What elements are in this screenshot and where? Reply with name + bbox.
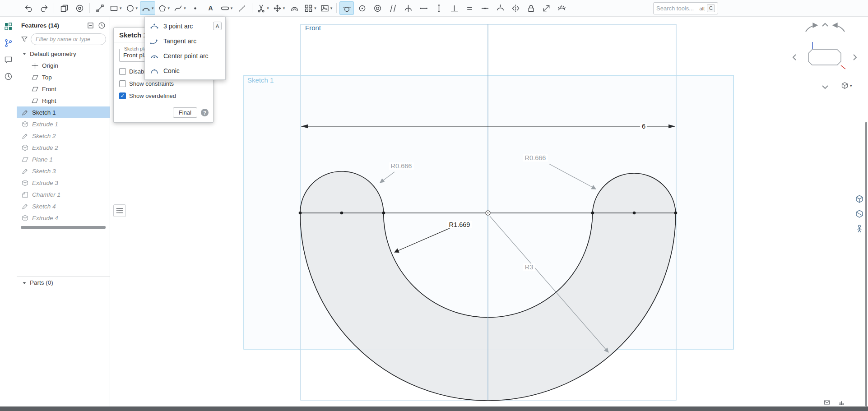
view-cube-menu-button[interactable]: ▾ xyxy=(840,81,852,90)
line-tool-button[interactable] xyxy=(93,1,107,15)
spline-tool-button[interactable]: ▾ xyxy=(172,1,187,15)
chevron-down-icon[interactable]: ▾ xyxy=(231,6,233,10)
final-button[interactable]: Final xyxy=(173,107,197,118)
help-icon[interactable]: ? xyxy=(201,109,209,116)
tangent-constraint-tool-button[interactable] xyxy=(339,1,354,15)
feature-item-origin[interactable]: Origin xyxy=(17,60,110,71)
rotate-left-icon[interactable] xyxy=(806,25,817,32)
feature-item-sketch-4[interactable]: Sketch 4 xyxy=(17,200,110,212)
parallel-constraint-tool-button[interactable] xyxy=(385,1,400,15)
point-tool-button[interactable] xyxy=(188,1,203,15)
chevron-down-icon[interactable]: ▾ xyxy=(184,6,186,10)
arc-tool-button[interactable]: ▾ xyxy=(140,1,155,15)
cap-right-radius-value[interactable]: R0.666 xyxy=(523,154,548,162)
concentric-constraint-tool-button[interactable] xyxy=(370,1,385,15)
insert-image-tool-button[interactable]: ▾ xyxy=(319,1,334,15)
chevron-down-icon[interactable]: ▾ xyxy=(136,6,138,10)
walkthrough-button[interactable] xyxy=(854,223,865,234)
feature-item-front[interactable]: Front xyxy=(17,83,110,95)
menu-item-conic[interactable]: Conic xyxy=(145,63,225,78)
feature-item-default-geometry[interactable]: Default geometry xyxy=(17,48,110,60)
view-cube-button[interactable] xyxy=(854,193,865,204)
feature-filter-input[interactable] xyxy=(31,33,106,45)
feature-list-toggle-button[interactable] xyxy=(113,204,126,217)
linear-pattern-tool-button[interactable]: ▾ xyxy=(302,1,318,15)
equal-constraint-tool-button[interactable] xyxy=(462,1,477,15)
menu-item-tangent-arc[interactable]: Tangent arc xyxy=(145,33,225,48)
redo-tool-button[interactable] xyxy=(37,1,51,15)
chevron-down-icon[interactable]: ▾ xyxy=(168,6,170,10)
view-down-icon[interactable] xyxy=(822,86,828,88)
view-up-icon[interactable] xyxy=(822,23,828,26)
cap-left-radius-value[interactable]: R0.666 xyxy=(389,162,414,170)
rotate-right-icon[interactable] xyxy=(833,25,845,32)
transform-tool-button[interactable]: ▾ xyxy=(271,1,287,15)
midpoint-constraint-tool-button[interactable] xyxy=(478,1,492,15)
front-view-button[interactable] xyxy=(808,50,841,65)
fix-constraint-tool-button[interactable] xyxy=(524,1,538,15)
chevron-down-icon[interactable]: ▾ xyxy=(330,6,333,10)
feature-item-extrude-1[interactable]: Extrude 1 xyxy=(17,118,110,130)
comments-button[interactable] xyxy=(3,54,14,65)
view-right-icon[interactable] xyxy=(854,55,856,60)
versions-button[interactable] xyxy=(3,37,14,48)
parts-section-header[interactable]: Parts (0) xyxy=(17,276,110,289)
feature-item-sketch-3[interactable]: Sketch 3 xyxy=(17,165,110,177)
search-tools-box[interactable]: alt C xyxy=(653,2,718,14)
horizontal-constraint-tool-button[interactable] xyxy=(416,1,431,15)
feature-item-sketch-1[interactable]: Sketch 1 xyxy=(17,106,110,118)
app-menu-button[interactable] xyxy=(3,21,14,32)
search-tools-input[interactable] xyxy=(656,5,697,12)
section-view-button[interactable] xyxy=(854,208,865,219)
normal-constraint-tool-button[interactable] xyxy=(493,1,507,15)
width-dimension-value[interactable]: 6 xyxy=(640,123,647,130)
curvature-display-tool-button[interactable] xyxy=(554,1,569,15)
perpendicular-constraint-tool-button[interactable] xyxy=(447,1,461,15)
polygon-tool-button[interactable]: ▾ xyxy=(156,1,172,15)
chevron-down-icon[interactable]: ▾ xyxy=(283,6,285,10)
collapse-all-icon[interactable] xyxy=(86,21,95,30)
feature-item-chamfer-1[interactable]: Chamfer 1 xyxy=(17,189,110,200)
coincident-constraint-tool-button[interactable] xyxy=(355,1,369,15)
construction-tool-button[interactable] xyxy=(235,1,249,15)
vertical-constraint-tool-button[interactable] xyxy=(432,1,446,15)
copy-tool-button[interactable] xyxy=(57,1,71,15)
circle-tool-button[interactable]: ▾ xyxy=(124,1,139,15)
rollback-bar[interactable] xyxy=(21,226,106,229)
chevron-down-icon[interactable]: ▾ xyxy=(314,6,316,10)
outer-radius-value[interactable]: R3 xyxy=(523,263,535,271)
trim-tool-button[interactable]: ▾ xyxy=(255,1,270,15)
sketch-text-tool-button[interactable]: A xyxy=(204,1,218,15)
view-left-icon[interactable] xyxy=(793,55,796,60)
pierce-constraint-tool-button[interactable] xyxy=(401,1,415,15)
menu-item-3-point-arc[interactable]: 3 point arcA xyxy=(145,18,225,33)
chevron-down-icon[interactable]: ▾ xyxy=(152,6,154,10)
dimension-tool-button[interactable] xyxy=(539,1,553,15)
symmetric-constraint-tool-button[interactable] xyxy=(508,1,523,15)
paste-tool-button[interactable] xyxy=(72,1,87,15)
feature-item-right[interactable]: Right xyxy=(17,95,110,106)
corner-rectangle-tool-button[interactable]: ▾ xyxy=(108,1,123,15)
origin-marker[interactable] xyxy=(486,211,490,215)
feature-item-extrude-2[interactable]: Extrude 2 xyxy=(17,142,110,153)
vertical-scrollbar[interactable] xyxy=(865,122,867,406)
undo-tool-button[interactable] xyxy=(21,1,36,15)
show-overdefined-checkbox[interactable]: ✓Show overdefined xyxy=(119,90,208,102)
feature-item-extrude-3[interactable]: Extrude 3 xyxy=(17,177,110,189)
rollback-history-icon[interactable] xyxy=(97,21,106,30)
stats-icon[interactable] xyxy=(837,399,845,406)
feature-item-sketch-2[interactable]: Sketch 2 xyxy=(17,130,110,142)
chevron-down-icon[interactable]: ▾ xyxy=(120,6,122,10)
chevron-down-icon[interactable]: ▾ xyxy=(267,6,269,10)
messages-icon[interactable] xyxy=(823,399,831,406)
offset-tool-button[interactable] xyxy=(287,1,302,15)
feature-item-top[interactable]: Top xyxy=(17,71,110,83)
feature-item-extrude-4[interactable]: Extrude 4 xyxy=(17,212,110,224)
front-plane-label[interactable]: Front xyxy=(305,24,321,32)
sketch-region-label[interactable]: Sketch 1 xyxy=(247,76,274,84)
feature-item-plane-1[interactable]: Plane 1 xyxy=(17,153,110,165)
menu-item-center-point-arc[interactable]: Center point arc xyxy=(145,48,225,63)
history-button[interactable] xyxy=(3,71,14,82)
inner-radius-value[interactable]: R1.669 xyxy=(447,221,472,228)
slot-tool-button[interactable]: ▾ xyxy=(219,1,234,15)
